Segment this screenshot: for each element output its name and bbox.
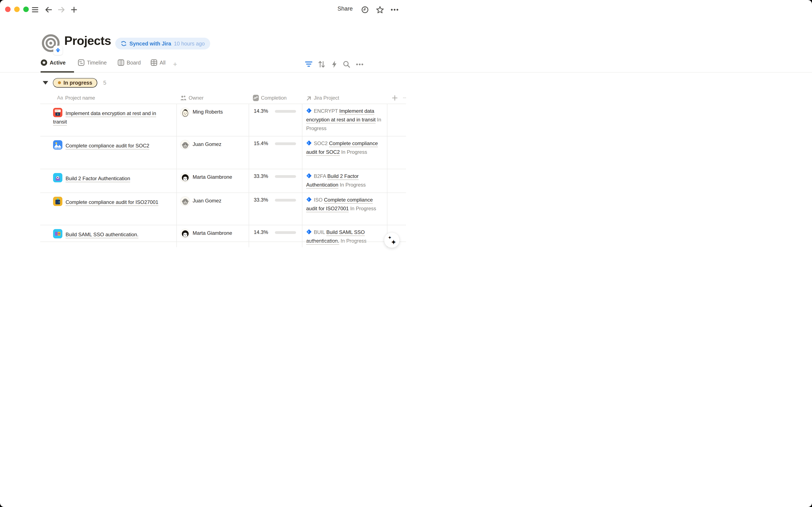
row-extra-cell (387, 193, 406, 225)
project-name-cell[interactable]: Build SAML SSO authentication. (40, 225, 177, 247)
completion-cell[interactable]: 15.4% (249, 136, 302, 169)
jira-diamond-icon (306, 108, 312, 113)
view-options-icon[interactable] (355, 60, 364, 69)
owner-name: Marta Giambrone (193, 172, 232, 180)
completion-cell[interactable]: 33.3% (249, 193, 302, 225)
jira-project-cell[interactable]: BUIL Build SAML SSO authentication. In P… (302, 225, 387, 247)
table-options-icon[interactable] (403, 97, 406, 99)
completion-cell[interactable]: 33.3% (249, 169, 302, 192)
table-row[interactable]: Build 2 Factor Authentication Marta Giam… (40, 169, 406, 193)
progress-bar (275, 175, 296, 178)
owner-cell[interactable]: Marta Giambrone (177, 225, 249, 247)
page-icon-target[interactable] (42, 34, 61, 53)
viewport-bottom-divider (40, 241, 406, 242)
status-dot-icon (58, 81, 61, 84)
column-header-jira-project[interactable]: Jira Project (302, 92, 387, 104)
tab-active[interactable]: Active (41, 59, 66, 66)
add-view-icon[interactable]: + (173, 60, 177, 68)
jira-project-cell[interactable]: B2FA Build 2 Factor Authentication In Pr… (302, 169, 387, 192)
owner-name: Ming Roberts (193, 107, 223, 115)
traffic-lights (5, 7, 29, 12)
project-title-link[interactable]: Build SAML SSO authentication. (66, 232, 138, 237)
project-title-link[interactable]: Build 2 Factor Authentication (66, 176, 130, 181)
sidebar-menu-icon[interactable] (31, 6, 39, 13)
avatar-ming-roberts (180, 107, 190, 117)
column-header-owner-label: Owner (189, 95, 204, 101)
jira-issue-key[interactable]: B2FA (314, 173, 326, 179)
back-icon[interactable] (45, 6, 52, 13)
favorite-star-icon[interactable] (376, 6, 384, 13)
close-window-button[interactable] (5, 7, 11, 12)
row-extra-cell (387, 136, 406, 169)
board-icon (118, 59, 124, 66)
text-type-icon: Aa (57, 95, 63, 101)
jira-project-cell[interactable]: SOC2 Complete compliance audit for SOC2 … (302, 136, 387, 169)
column-header-jira-label: Jira Project (314, 95, 339, 101)
table-row-clipped-container: Build SAML SSO authentication. Marta Gia… (40, 225, 406, 247)
window-titlebar: Share (0, 0, 406, 19)
tab-all[interactable]: All (150, 59, 166, 66)
notion-window: Share Projects Synced with Jira 10 hours… (0, 0, 406, 253)
collapse-group-icon[interactable] (43, 81, 48, 84)
notion-ai-button[interactable]: ✦ ✦ (384, 232, 400, 248)
project-name-cell[interactable]: Complete compliance audit for ISO27001 (40, 193, 177, 225)
filter-icon[interactable] (304, 60, 313, 69)
jira-issue-key[interactable]: SOC2 (314, 140, 327, 146)
jira-issue-key[interactable]: ISO (314, 197, 322, 203)
owner-name: Juan Gomez (193, 196, 222, 204)
more-options-icon[interactable] (391, 6, 398, 13)
column-header-completion[interactable]: Completion (249, 92, 302, 104)
jira-project-cell[interactable]: ISO Complete compliance audit for ISO270… (302, 193, 387, 225)
jira-issue-key[interactable]: BUIL (314, 229, 325, 235)
owner-cell[interactable]: Juan Gomez (177, 193, 249, 225)
tab-board-label: Board (127, 60, 141, 66)
table-row[interactable]: Implement data encryption at rest and in… (40, 104, 406, 136)
add-column-icon[interactable] (392, 94, 397, 102)
share-button[interactable]: Share (337, 5, 353, 12)
project-title-link[interactable]: Complete compliance audit for SOC2 (66, 143, 149, 149)
column-header-project-name[interactable]: Aa Project name (40, 92, 177, 104)
star-circle-icon (41, 59, 47, 66)
jira-project-cell[interactable]: ENCRYPT Implement data encryption at res… (302, 104, 387, 136)
project-name-cell[interactable]: Complete compliance audit for SOC2 (40, 136, 177, 169)
history-clock-icon[interactable] (361, 6, 369, 13)
project-title-link[interactable]: Complete compliance audit for ISO27001 (66, 199, 159, 205)
tab-timeline[interactable]: Timeline (78, 59, 107, 66)
tab-active-label: Active (50, 60, 66, 66)
completion-cell[interactable]: 14.3% (249, 225, 302, 247)
table-row[interactable]: Build SAML SSO authentication. Marta Gia… (40, 225, 406, 247)
project-icon-monster (53, 173, 62, 182)
forward-icon[interactable] (58, 6, 65, 13)
owner-cell[interactable]: Marta Giambrone (177, 169, 249, 192)
jira-diamond-icon (306, 197, 312, 202)
sort-icon[interactable] (317, 60, 326, 69)
new-tab-icon[interactable] (70, 6, 78, 13)
owner-name: Marta Giambrone (193, 228, 232, 236)
project-title-link[interactable]: Implement data encryption at rest and in… (53, 110, 156, 125)
minimize-window-button[interactable] (14, 7, 20, 12)
jira-logo-badge-icon (53, 46, 63, 55)
automations-bolt-icon[interactable] (330, 60, 339, 69)
synced-with-jira-badge[interactable]: Synced with Jira 10 hours ago (115, 38, 210, 50)
completion-cell[interactable]: 14.3% (249, 104, 302, 136)
tab-board[interactable]: Board (118, 59, 141, 66)
jira-status: In Progress (341, 149, 367, 155)
column-header-owner[interactable]: Owner (177, 92, 249, 104)
project-icon-wallet (53, 197, 62, 206)
jira-issue-key[interactable]: ENCRYPT (314, 108, 338, 114)
page-title: Projects (64, 34, 111, 48)
zoom-window-button[interactable] (23, 7, 29, 12)
group-status-pill[interactable]: In progress (53, 78, 97, 88)
table-row[interactable]: Complete compliance audit for SOC2 Juan … (40, 136, 406, 169)
table-row[interactable]: Complete compliance audit for ISO27001 J… (40, 193, 406, 225)
jira-status: In Progress (341, 238, 367, 244)
project-name-cell[interactable]: Implement data encryption at rest and in… (40, 104, 177, 136)
synced-timestamp: 10 hours ago (174, 41, 205, 47)
column-header-completion-label: Completion (261, 95, 287, 101)
owner-cell[interactable]: Ming Roberts (177, 104, 249, 136)
sync-icon (121, 41, 127, 47)
project-name-cell[interactable]: Build 2 Factor Authentication (40, 169, 177, 192)
search-icon[interactable] (342, 60, 351, 69)
chart-rollup-icon (253, 95, 259, 101)
owner-cell[interactable]: Juan Gomez (177, 136, 249, 169)
